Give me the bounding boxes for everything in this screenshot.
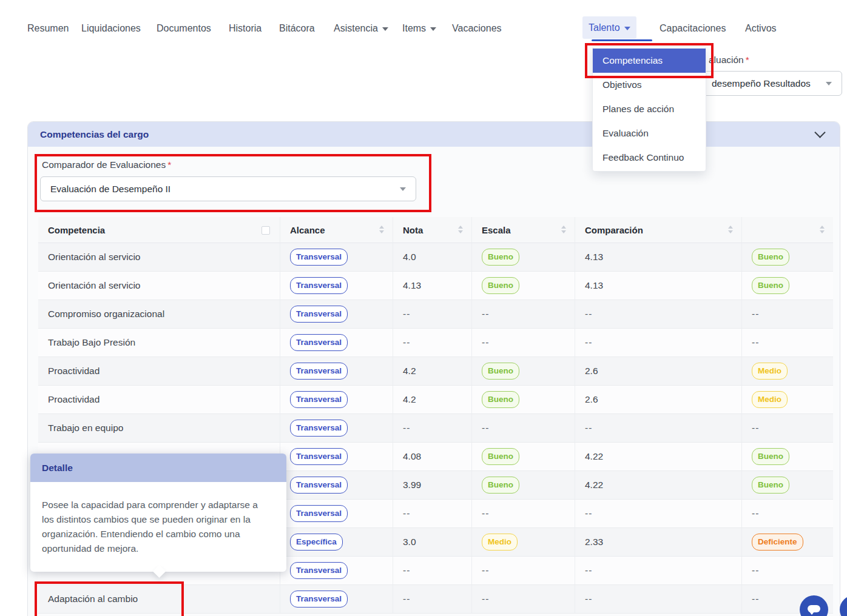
chevron-down-icon [400,187,406,191]
escala-cell: -- [471,557,575,585]
escala-cell: -- [471,585,575,614]
menu-item-competencias[interactable]: Competencias [593,49,706,73]
collapse-chevron-icon[interactable] [814,127,825,138]
nav-tab-label: Asistencia [334,23,378,33]
alcance-badge: Transversal [290,448,348,465]
alcance-badge: Transversal [290,391,348,408]
comparacion-cell: -- [575,300,741,329]
alcance-cell: Transversal [280,500,393,528]
alcance-badge: Transversal [290,306,348,323]
sort-arrows-icon[interactable] [379,226,385,233]
menu-item-feedback-continuo[interactable]: Feedback Continuo [593,146,706,170]
column-header-escala[interactable]: Escala [471,217,575,243]
nav-tab-documentos[interactable]: Documentos [157,18,211,39]
nav-tab-talento[interactable]: Talento [582,16,636,39]
comparacion-cell: 4.22 [575,471,741,500]
escala-cell: Bueno [471,386,575,414]
competencia-cell: Proactividad [38,386,280,414]
empty-value: -- [403,309,410,319]
table-row[interactable]: Trabajo en equipoTransversal-------- [38,414,833,443]
nota-cell: -- [393,329,471,357]
nav-tab-capacitaciones[interactable]: Capacitaciones [660,18,726,39]
nav-tab-vacaciones[interactable]: Vacaciones [452,18,502,39]
nav-tab-label: Bitácora [279,23,315,33]
alcance-cell: Transversal [280,272,393,300]
table-row[interactable]: ProactividadTransversal4.2Bueno2.6Medio [38,386,833,414]
nav-tab-label: Capacitaciones [660,23,726,33]
competencia-cell: Proactividad [38,357,280,386]
alcance-badge: Transversal [290,562,348,579]
nota-cell: -- [393,500,471,528]
alcance-cell: Transversal [280,471,393,500]
nav-tab-resumen[interactable]: Resumen [27,18,69,39]
active-tab-underline [592,39,652,41]
resultado-badge: Bueno [752,277,789,294]
alcance-cell: Transversal [280,557,393,585]
filter-checkbox-icon[interactable] [262,226,270,235]
nav-tab-bitacora[interactable]: Bitácora [279,18,315,39]
table-row[interactable]: Adaptación al cambioTransversal-------- [38,585,833,614]
empty-value: -- [403,594,410,604]
evaluation-type-select[interactable]: desempeño Resultados [695,71,842,96]
menu-item-objetivos[interactable]: Objetivos [593,73,706,97]
nav-tab-historia[interactable]: Historia [229,18,262,39]
sort-arrows-icon[interactable] [820,226,826,233]
column-header-label: Competencia [48,225,105,235]
table-row[interactable]: Compromiso organizacionalTransversal----… [38,300,833,329]
alcance-cell: Transversal [280,357,393,386]
resultado-cell: Bueno [741,243,833,272]
escala-badge: Bueno [482,363,519,380]
column-header-label: Escala [482,225,511,235]
table-row[interactable]: Orientación al servicioTransversal4.13Bu… [38,272,833,300]
column-header-alcance[interactable]: Alcance [280,217,393,243]
column-header-label: Alcance [290,225,325,235]
table-row[interactable]: Trabajo Bajo PresiónTransversal-------- [38,329,833,357]
nav-tab-label: Items [402,23,426,33]
column-header-extra[interactable] [741,217,833,243]
nav-tab-label: Liquidaciones [81,23,141,33]
sort-arrows-icon[interactable] [561,226,567,233]
menu-item-planes-de-accion[interactable]: Planes de acción [593,97,706,121]
chat-widget-button-2[interactable] [840,595,847,616]
comparacion-cell: 2.6 [575,386,741,414]
evaluation-type-label-text: aluación [709,55,744,65]
comparacion-cell: 4.22 [575,443,741,471]
competencia-cell: Trabajo Bajo Presión [38,329,280,357]
chevron-down-icon [826,82,832,85]
table-row[interactable]: Orientación al servicioTransversal4.0Bue… [38,243,833,272]
chevron-down-icon [382,27,388,31]
competencia-cell: Trabajo en equipo [38,414,280,443]
empty-value: -- [752,337,759,347]
resultado-cell: Bueno [741,272,833,300]
column-header-nota[interactable]: Nota [393,217,471,243]
competencia-cell: Adaptación al cambio [38,585,280,614]
escala-cell: Bueno [471,357,575,386]
table-row[interactable]: ProactividadTransversal4.2Bueno2.6Medio [38,357,833,386]
nav-tab-asistencia[interactable]: Asistencia [334,18,388,39]
empty-value: -- [585,309,592,319]
nav-tab-liquidaciones[interactable]: Liquidaciones [81,18,141,39]
column-header-competencia: Competencia [38,217,280,243]
alcance-badge: Transversal [290,363,348,380]
empty-value: -- [403,337,410,347]
empty-value: -- [482,309,489,319]
resultado-cell: Bueno [741,443,833,471]
nav-tab-activos[interactable]: Activos [745,18,777,39]
menu-item-evaluacion[interactable]: Evaluación [593,121,706,146]
column-header-label: Comparación [585,225,643,235]
alcance-badge: Transversal [290,477,348,494]
resultado-badge: Deficiente [752,534,803,551]
comparador-select[interactable]: Evaluación de Desempeño II [40,176,416,201]
escala-cell: Bueno [471,443,575,471]
empty-value: -- [585,594,592,604]
nav-tab-items[interactable]: Items [402,18,436,39]
comparacion-cell: 4.13 [575,243,741,272]
alcance-cell: Transversal [280,243,393,272]
sort-arrows-icon[interactable] [728,226,734,233]
sort-arrows-icon[interactable] [458,226,464,233]
escala-badge: Bueno [482,477,519,494]
column-header-label: Nota [403,225,423,235]
empty-value: -- [403,565,410,575]
column-header-comparacion[interactable]: Comparación [575,217,741,243]
alcance-cell: Transversal [280,585,393,614]
